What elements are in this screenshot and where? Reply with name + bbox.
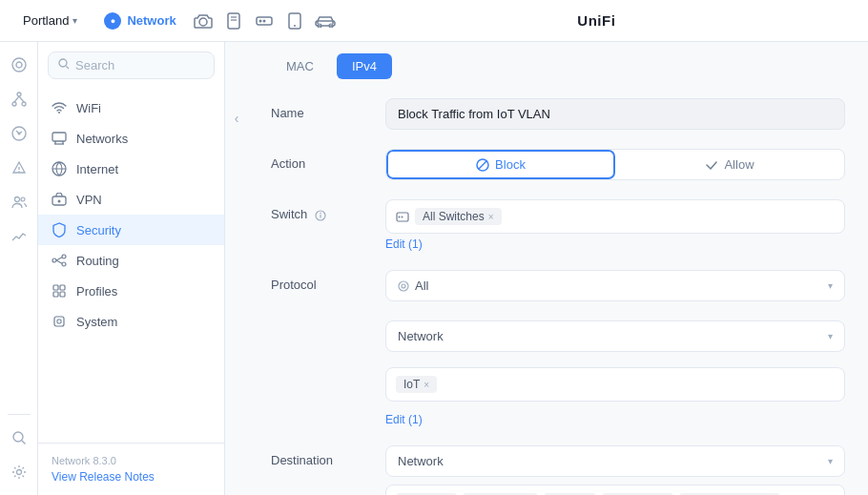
- protocol-value: All: [415, 278, 428, 293]
- sidebar-icon-search[interactable]: [4, 423, 34, 453]
- protocol-label: Protocol: [271, 270, 385, 292]
- location-selector[interactable]: Portland ▾: [15, 10, 85, 31]
- svg-point-28: [59, 59, 67, 67]
- source-iot-close-icon[interactable]: ×: [424, 380, 429, 390]
- device-topbar-icon[interactable]: [218, 6, 249, 36]
- svg-rect-45: [53, 292, 58, 297]
- dest-dropdown-label: Network: [398, 454, 444, 468]
- block-label: Block: [495, 157, 526, 172]
- allow-button[interactable]: Allow: [615, 150, 844, 179]
- name-row: Name: [271, 98, 845, 130]
- phone-topbar-icon[interactable]: [279, 6, 310, 36]
- svg-point-12: [12, 58, 26, 72]
- svg-rect-31: [52, 133, 66, 141]
- switch-tag: All Switches ×: [415, 208, 502, 225]
- svg-point-20: [17, 133, 20, 135]
- search-box[interactable]: Search: [48, 52, 215, 79]
- release-notes-link[interactable]: View Release Notes: [52, 470, 211, 484]
- svg-line-26: [22, 441, 26, 444]
- sidebar-item-profiles-label: Profiles: [76, 284, 117, 299]
- svg-point-30: [58, 112, 60, 113]
- svg-line-41: [56, 258, 62, 260]
- vehicle-topbar-icon[interactable]: [310, 6, 341, 36]
- sidebar-icon-settings[interactable]: [4, 457, 34, 487]
- tab-mac[interactable]: MAC: [271, 53, 329, 79]
- svg-line-17: [14, 96, 19, 102]
- svg-point-58: [402, 284, 405, 288]
- sidebar-item-internet[interactable]: Internet: [38, 154, 224, 184]
- sidebar-item-networks-label: Networks: [76, 132, 128, 146]
- svg-point-0: [199, 18, 207, 26]
- sidebar-icon-stats[interactable]: [4, 118, 34, 149]
- icon-sidebar: [0, 42, 38, 495]
- collapse-button[interactable]: ‹: [225, 42, 248, 495]
- sidebar-item-profiles[interactable]: Profiles: [38, 276, 224, 306]
- name-input[interactable]: [385, 98, 845, 130]
- sidebar-item-vpn[interactable]: VPN: [38, 184, 224, 215]
- svg-line-42: [56, 260, 62, 263]
- switch-edit-link[interactable]: Edit (1): [385, 237, 423, 251]
- destination-label: Destination: [271, 445, 385, 467]
- sidebar-icon-analytics[interactable]: [4, 221, 34, 252]
- svg-point-38: [52, 258, 56, 262]
- dest-chevron-icon: ▾: [828, 456, 833, 466]
- svg-point-53: [320, 212, 321, 214]
- source-row: Network ▾ IoT × Edit (1): [271, 320, 845, 426]
- protocol-dropdown[interactable]: All ▾: [385, 270, 845, 301]
- source-control: Network ▾ IoT × Edit (1): [385, 320, 845, 426]
- camera-topbar-icon[interactable]: [188, 6, 218, 36]
- sidebar-item-security[interactable]: Security: [38, 215, 224, 245]
- switch-tag-field[interactable]: All Switches ×: [385, 199, 845, 234]
- destination-control: Network ▾ Default × Corporate ×: [385, 445, 845, 495]
- switch-topbar-icon[interactable]: [249, 6, 279, 36]
- source-network-dropdown[interactable]: Network ▾: [385, 320, 845, 352]
- version-text: Network 8.3.0: [52, 455, 211, 466]
- sidebar-item-routing[interactable]: Routing: [38, 245, 224, 276]
- topbar-network-item[interactable]: ● Network: [93, 7, 187, 35]
- routing-icon: [52, 253, 67, 268]
- security-icon: [52, 222, 67, 237]
- svg-point-5: [258, 19, 261, 22]
- svg-rect-44: [60, 285, 65, 290]
- sidebar-item-wifi[interactable]: WiFi: [38, 93, 224, 123]
- sidebar-icon-users[interactable]: [4, 187, 34, 217]
- block-button[interactable]: Block: [386, 150, 615, 179]
- svg-point-14: [17, 93, 21, 96]
- source-tag-field[interactable]: IoT ×: [385, 367, 845, 402]
- svg-line-50: [479, 160, 487, 169]
- switch-row: Switch All Switches × Edit (1): [271, 199, 845, 251]
- switch-tag-close-icon[interactable]: ×: [488, 212, 494, 222]
- source-edit-link[interactable]: Edit (1): [385, 413, 845, 426]
- source-dropdown-label: Network: [398, 329, 444, 343]
- svg-rect-43: [53, 285, 58, 290]
- protocol-chevron-icon: ▾: [828, 280, 833, 291]
- svg-point-8: [294, 25, 296, 27]
- sidebar-icon-dashboard[interactable]: [4, 50, 34, 80]
- system-icon: [52, 314, 67, 329]
- svg-rect-1: [228, 13, 239, 29]
- svg-rect-48: [57, 320, 61, 323]
- dest-network-dropdown[interactable]: Network ▾: [385, 445, 845, 477]
- svg-line-18: [19, 96, 24, 102]
- form-panel: MAC IPv4 Name Action: [248, 42, 868, 495]
- protocol-row: Protocol All ▾: [271, 270, 845, 301]
- main-layout: Search WiFi Networks In: [0, 42, 868, 495]
- action-label: Action: [271, 149, 385, 171]
- sidebar-item-routing-label: Routing: [76, 254, 119, 268]
- action-row: Action Block Allow: [271, 149, 845, 180]
- svg-point-13: [16, 62, 22, 68]
- content-inner: ‹ MAC IPv4 Name Action: [225, 42, 868, 495]
- topbar-network-label: Network: [127, 13, 176, 28]
- nav-footer: Network 8.3.0 View Release Notes: [38, 443, 224, 495]
- svg-point-27: [16, 470, 21, 475]
- type-tabs: MAC IPv4: [271, 53, 845, 79]
- tab-ipv4[interactable]: IPv4: [337, 53, 392, 79]
- sidebar-icon-alerts[interactable]: [4, 153, 34, 183]
- sidebar-item-system[interactable]: System: [38, 306, 224, 337]
- content-area: ‹ MAC IPv4 Name Action: [225, 42, 868, 495]
- svg-rect-46: [60, 292, 65, 297]
- sidebar-item-networks[interactable]: Networks: [38, 123, 224, 154]
- sidebar-icon-topology[interactable]: [4, 84, 34, 114]
- svg-point-40: [62, 262, 66, 266]
- svg-point-37: [58, 200, 61, 203]
